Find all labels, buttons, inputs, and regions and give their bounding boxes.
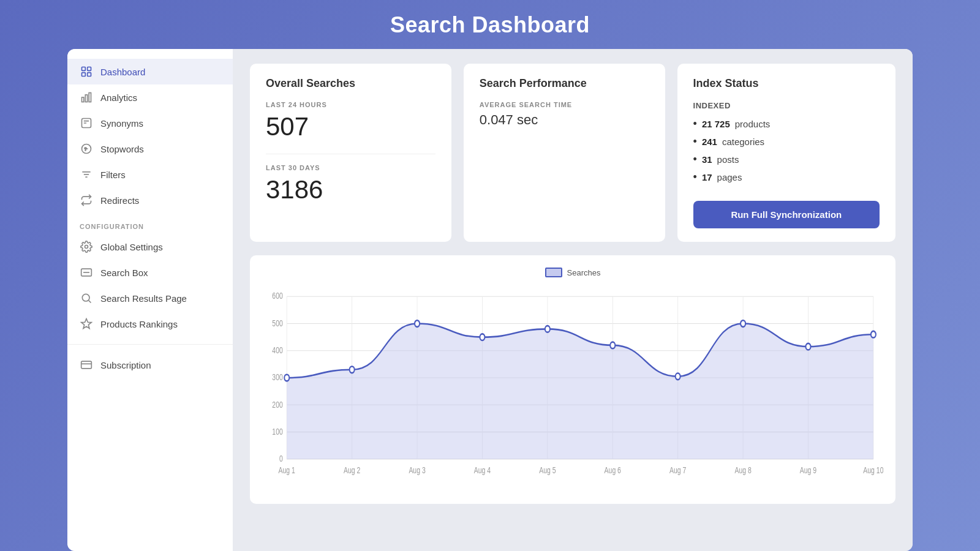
- search-box-icon: [80, 266, 93, 279]
- synonyms-icon: [80, 116, 93, 130]
- global-settings-icon: [80, 240, 93, 253]
- main-container: DashboardAnalyticsSynonyms?StopwordsFilt…: [67, 49, 913, 551]
- svg-text:Aug 1: Aug 1: [279, 466, 295, 476]
- svg-point-47: [350, 366, 355, 373]
- sync-button[interactable]: Run Full Synchronization: [693, 201, 880, 228]
- svg-marker-19: [81, 319, 92, 329]
- sidebar-item-subscription-label: Subscription: [100, 360, 151, 370]
- sidebar-item-products-rankings-label: Products Rankings: [100, 319, 178, 329]
- svg-rect-1: [88, 67, 91, 71]
- overall-searches-card: Overall Searches LAST 24 HOURS 507 LAST …: [250, 64, 451, 242]
- indexed-label: INDEXED: [693, 101, 880, 110]
- svg-text:?: ?: [85, 147, 87, 151]
- page-title: Search Dashboard: [0, 12, 980, 38]
- svg-rect-0: [82, 67, 86, 71]
- sidebar-bottom-nav: Subscription: [67, 352, 233, 378]
- sidebar-item-analytics[interactable]: Analytics: [67, 84, 233, 110]
- svg-point-53: [741, 320, 745, 327]
- svg-rect-20: [81, 361, 92, 369]
- avg-value: 0.047 sec: [480, 112, 649, 128]
- svg-point-55: [871, 331, 876, 338]
- svg-rect-4: [82, 97, 84, 102]
- svg-point-50: [545, 326, 550, 332]
- sidebar-item-search-box-label: Search Box: [100, 268, 148, 278]
- sidebar-item-dashboard[interactable]: Dashboard: [67, 59, 233, 84]
- index-list-item: 21 725 products: [693, 118, 880, 130]
- stopwords-icon: ?: [80, 142, 93, 156]
- svg-point-54: [805, 343, 810, 350]
- avg-label: AVERAGE SEARCH TIME: [480, 101, 649, 108]
- svg-text:200: 200: [272, 400, 283, 410]
- sidebar-item-subscription[interactable]: Subscription: [67, 352, 233, 378]
- redirects-icon: [80, 193, 93, 207]
- card-divider: [266, 154, 435, 154]
- search-results-page-icon: [80, 291, 93, 305]
- svg-text:Aug 9: Aug 9: [800, 466, 816, 476]
- svg-text:Aug 10: Aug 10: [863, 466, 883, 476]
- svg-text:400: 400: [272, 346, 283, 356]
- sidebar: DashboardAnalyticsSynonyms?StopwordsFilt…: [67, 49, 233, 551]
- page-header: Search Dashboard: [0, 0, 980, 49]
- svg-point-14: [85, 246, 88, 249]
- analytics-icon: [80, 91, 93, 104]
- sidebar-item-search-box[interactable]: Search Box: [67, 260, 233, 285]
- main-content: Overall Searches LAST 24 HOURS 507 LAST …: [233, 49, 913, 551]
- subscription-icon: [80, 358, 93, 372]
- svg-text:0: 0: [279, 454, 283, 464]
- sidebar-config-nav: Global SettingsSearch BoxSearch Results …: [67, 234, 233, 337]
- svg-rect-3: [88, 73, 91, 77]
- svg-text:500: 500: [272, 318, 283, 328]
- svg-point-17: [82, 294, 89, 301]
- search-performance-title: Search Performance: [480, 77, 649, 90]
- svg-text:Aug 6: Aug 6: [605, 466, 621, 476]
- index-list-item: 241 categories: [693, 135, 880, 148]
- sidebar-item-global-settings-label: Global Settings: [100, 242, 163, 252]
- sidebar-item-filters[interactable]: Filters: [67, 162, 233, 187]
- svg-rect-5: [85, 95, 87, 102]
- sidebar-item-analytics-label: Analytics: [100, 92, 137, 103]
- sidebar-item-products-rankings[interactable]: Products Rankings: [67, 311, 233, 337]
- svg-text:Aug 3: Aug 3: [409, 466, 425, 476]
- sidebar-item-filters-label: Filters: [100, 170, 126, 180]
- cards-row: Overall Searches LAST 24 HOURS 507 LAST …: [250, 64, 895, 242]
- svg-text:Aug 4: Aug 4: [474, 466, 491, 476]
- svg-point-52: [676, 373, 680, 380]
- last30-value: 3186: [266, 175, 435, 204]
- filters-icon: [80, 168, 93, 181]
- svg-text:100: 100: [272, 427, 283, 437]
- sidebar-item-stopwords-label: Stopwords: [100, 144, 144, 154]
- sidebar-item-synonyms-label: Synonyms: [100, 118, 143, 129]
- chart-legend: Searches: [262, 268, 883, 277]
- last24-label: LAST 24 HOURS: [266, 101, 435, 108]
- sidebar-item-search-results-page[interactable]: Search Results Page: [67, 285, 233, 311]
- sidebar-item-global-settings[interactable]: Global Settings: [67, 234, 233, 260]
- svg-text:Aug 2: Aug 2: [344, 466, 360, 476]
- config-section-label: CONFIGURATION: [67, 213, 233, 234]
- index-list-item: 17 pages: [693, 171, 880, 184]
- index-list-item: 31 posts: [693, 153, 880, 166]
- sidebar-item-stopwords[interactable]: ?Stopwords: [67, 136, 233, 162]
- chart-card: Searches 0100200300400500600Aug 1Aug 2Au…: [250, 255, 895, 504]
- svg-text:Aug 7: Aug 7: [669, 466, 686, 476]
- svg-point-46: [284, 375, 289, 381]
- sidebar-item-redirects[interactable]: Redirects: [67, 187, 233, 213]
- sidebar-primary-nav: DashboardAnalyticsSynonyms?StopwordsFilt…: [67, 59, 233, 213]
- sidebar-divider: [67, 344, 233, 345]
- dashboard-icon: [80, 65, 93, 78]
- svg-line-18: [89, 301, 91, 303]
- sidebar-item-synonyms[interactable]: Synonyms: [67, 110, 233, 136]
- products-rankings-icon: [80, 317, 93, 331]
- svg-text:Aug 5: Aug 5: [539, 466, 556, 476]
- legend-label: Searches: [567, 268, 601, 277]
- svg-text:600: 600: [272, 291, 283, 301]
- svg-point-49: [480, 334, 484, 340]
- index-status-card: Index Status INDEXED 21 725 products241 …: [677, 64, 895, 242]
- svg-rect-2: [82, 73, 86, 77]
- svg-point-48: [415, 320, 420, 327]
- index-status-title: Index Status: [693, 77, 880, 90]
- legend-box: [545, 268, 562, 277]
- last30-label: LAST 30 DAYS: [266, 164, 435, 171]
- svg-point-51: [610, 342, 615, 349]
- sidebar-item-dashboard-label: Dashboard: [100, 67, 145, 77]
- svg-text:300: 300: [272, 373, 283, 383]
